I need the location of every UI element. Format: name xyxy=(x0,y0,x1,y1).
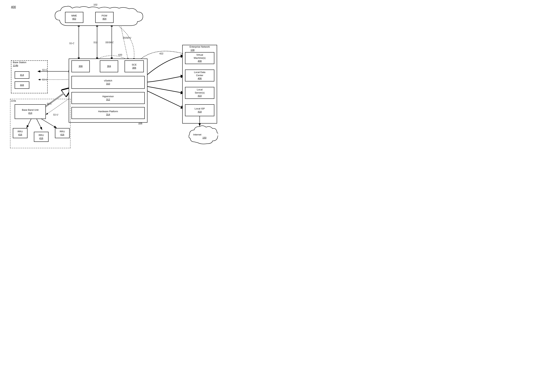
base-station-ref: 114b xyxy=(13,64,18,67)
s1u-label-1: S1-U xyxy=(42,78,47,81)
cloud-ref: 102 xyxy=(93,3,98,6)
ls-box: Local Server(s) 410 xyxy=(185,87,214,99)
internet-label: Internet xyxy=(193,133,201,136)
s1c-label-2: S1-C xyxy=(42,69,47,71)
diagram-ref: 400 xyxy=(11,6,16,9)
bbu-box: Base Band Unit 414 xyxy=(15,104,46,119)
svg-line-17 xyxy=(145,90,185,109)
pgw-box: PGW 404 xyxy=(95,12,114,23)
node304-box: 304 xyxy=(100,60,118,72)
mme-box: MME 402 xyxy=(65,12,83,23)
vm-box: Virtual Machine(s) 408 xyxy=(185,52,214,64)
arc420-label: 420 xyxy=(118,53,122,56)
vswitch-box: vSwitch 310 xyxy=(71,76,145,89)
s5s8c-label: S5/S8-C xyxy=(105,41,114,44)
enterprise-ref: 108 xyxy=(190,49,195,51)
base-station-label: Base Station xyxy=(13,61,26,64)
hypervisor-box: Hypervisor 312 xyxy=(71,92,145,104)
internet-ref: 150 xyxy=(202,136,206,139)
central-ref: 106 xyxy=(138,122,142,124)
network-diagram: 400 102 MME 402 PGW 404 S1-C S11 S5/S8-C… xyxy=(0,0,220,154)
s1c-label-1: S1-C xyxy=(69,42,74,45)
svg-line-16 xyxy=(145,86,185,93)
lisp-box: Local ISP 418 xyxy=(185,104,214,116)
arc422-label: 422 xyxy=(159,52,163,55)
rru-box-3: RRU 416 xyxy=(55,128,70,138)
s5s8u-label: S5/S8-U xyxy=(123,37,131,39)
hardware-box: Hardware Platform 314 xyxy=(71,107,145,119)
rru-box-2: RRU 416 xyxy=(34,132,49,142)
s1u-label-2: S1-U xyxy=(53,114,58,116)
box444-inner: 444 xyxy=(15,81,29,89)
base-station-114a-ref: 114a xyxy=(11,99,16,102)
box414-inner: 414 xyxy=(15,71,29,79)
enterprise-label: Enterprise Network xyxy=(183,45,216,48)
node308-box: 308 xyxy=(71,60,90,72)
rru-box-1: RRU 416 xyxy=(13,128,28,138)
s11-label: S11 xyxy=(93,41,97,44)
ldc-box: Local Data Center 406 xyxy=(185,69,214,81)
s1c-label-3: S1-C xyxy=(47,103,52,105)
internet-cloud xyxy=(189,124,218,146)
sce-box: SCE 306 xyxy=(125,60,144,72)
